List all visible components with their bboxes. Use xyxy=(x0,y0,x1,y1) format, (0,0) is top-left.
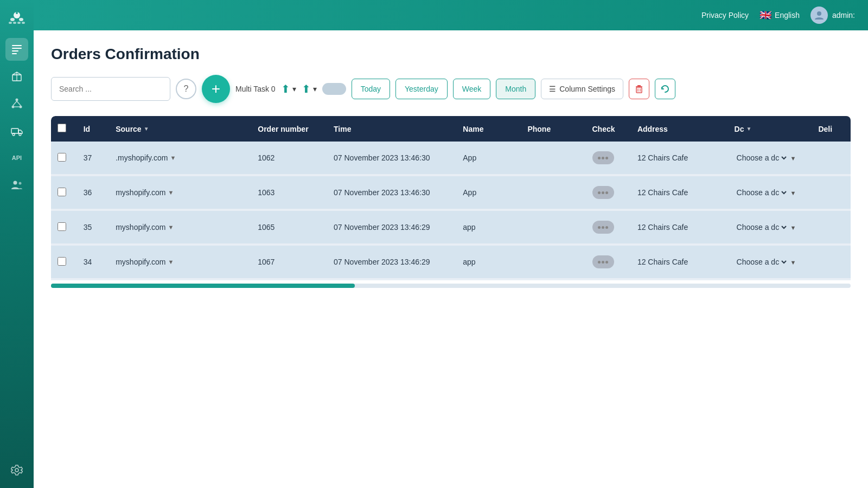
flag-icon: 🇬🇧 xyxy=(760,9,771,21)
table-header-row: Id Source ▼ Order number Time Name Phone… xyxy=(51,116,851,142)
dc-select-2[interactable]: Choose a dc xyxy=(735,222,788,232)
check-dot xyxy=(602,261,604,264)
help-button[interactable]: ? xyxy=(176,79,196,99)
check-dot xyxy=(598,226,601,229)
svg-point-21 xyxy=(12,133,15,136)
check-button-3[interactable] xyxy=(592,255,614,268)
month-button[interactable]: Month xyxy=(496,79,535,99)
source-dropdown-icon[interactable]: ▼ xyxy=(168,224,174,230)
row-checkbox-1[interactable] xyxy=(58,188,66,196)
horizontal-scrollbar-thumb[interactable] xyxy=(51,284,355,288)
row-time: 07 November 2023 13:46:29 xyxy=(327,245,456,279)
th-address: Address xyxy=(631,116,728,142)
svg-rect-11 xyxy=(12,53,17,54)
language-selector[interactable]: 🇬🇧 English xyxy=(760,9,800,21)
row-id: 35 xyxy=(77,210,110,245)
column-settings-label: Column Settings xyxy=(559,85,615,93)
row-dc: Choose a dc ▼ xyxy=(728,210,812,245)
yesterday-button[interactable]: Yesterday xyxy=(395,79,448,99)
today-button[interactable]: Today xyxy=(352,79,390,99)
dc-select-0[interactable]: Choose a dc xyxy=(735,153,788,163)
check-button-2[interactable] xyxy=(592,221,614,234)
row-phone xyxy=(521,142,585,175)
search-input[interactable] xyxy=(51,77,170,101)
dc-arrow-1: ▼ xyxy=(790,190,796,196)
sidebar-item-settings[interactable] xyxy=(5,459,28,481)
admin-label: admin: xyxy=(832,11,855,20)
row-check xyxy=(586,245,631,279)
row-check xyxy=(586,142,631,175)
row-dc: Choose a dc ▼ xyxy=(728,142,812,175)
source-text: myshopify.com▼ xyxy=(116,188,245,197)
dc-select-3[interactable]: Choose a dc xyxy=(735,257,788,267)
check-dot xyxy=(598,157,601,159)
check-dot xyxy=(602,191,604,194)
th-source-label: Source xyxy=(116,125,141,133)
row-checkbox-cell xyxy=(51,142,77,175)
upload-button-1[interactable]: ⬆ ▾ xyxy=(281,82,296,95)
table-row: 37 .myshopify.com▼ 1062 07 November 2023… xyxy=(51,142,851,175)
svg-point-22 xyxy=(19,133,21,136)
row-address: 12 Chairs Cafe xyxy=(631,175,728,210)
row-checkbox-cell xyxy=(51,175,77,210)
delete-button[interactable] xyxy=(629,79,649,99)
th-dc[interactable]: Dc ▼ xyxy=(728,116,812,142)
select-all-checkbox[interactable] xyxy=(58,124,66,132)
svg-point-26 xyxy=(817,11,821,16)
sidebar-item-api[interactable]: API xyxy=(5,146,28,169)
sidebar-item-box[interactable] xyxy=(5,65,28,88)
row-order-number: 1065 xyxy=(251,210,327,245)
row-phone xyxy=(521,175,585,210)
source-text: myshopify.com▼ xyxy=(116,258,245,266)
check-button-1[interactable] xyxy=(592,186,614,199)
source-dropdown-icon[interactable]: ▼ xyxy=(168,259,174,265)
source-dropdown-icon[interactable]: ▼ xyxy=(170,155,176,161)
row-time: 07 November 2023 13:46:30 xyxy=(327,142,456,175)
check-dot xyxy=(602,157,604,159)
check-button-0[interactable] xyxy=(592,151,614,164)
svg-point-23 xyxy=(14,181,17,185)
upload-icon-1: ⬆ xyxy=(281,82,290,95)
row-checkbox-2[interactable] xyxy=(58,222,66,231)
main-content: Privacy Policy 🇬🇧 English admin: Orders … xyxy=(34,0,868,488)
sidebar-item-users[interactable] xyxy=(5,174,28,196)
row-time: 07 November 2023 13:46:29 xyxy=(327,210,456,245)
language-label: English xyxy=(775,11,800,20)
toggle-pill[interactable] xyxy=(322,83,346,95)
source-dropdown-icon[interactable]: ▼ xyxy=(168,189,174,196)
row-name: app xyxy=(456,245,521,279)
row-source: myshopify.com▼ xyxy=(109,245,251,279)
row-phone xyxy=(521,245,585,279)
th-source[interactable]: Source ▼ xyxy=(109,116,251,142)
row-checkbox-3[interactable] xyxy=(58,257,66,266)
row-order-number: 1062 xyxy=(251,142,327,175)
row-checkbox-cell xyxy=(51,210,77,245)
column-settings-button[interactable]: ☰ Column Settings xyxy=(541,79,623,99)
sidebar-item-orders[interactable] xyxy=(5,38,28,61)
svg-point-16 xyxy=(20,106,22,108)
check-dot xyxy=(598,191,601,194)
privacy-policy-link[interactable]: Privacy Policy xyxy=(701,11,749,20)
upload-button-2[interactable]: ⬆ ▾ xyxy=(302,82,317,95)
sidebar-item-network[interactable] xyxy=(5,92,28,115)
refresh-button[interactable] xyxy=(655,79,675,99)
row-order-number: 1063 xyxy=(251,175,327,210)
source-sort-icon: ▼ xyxy=(144,126,149,132)
horizontal-scrollbar-track[interactable] xyxy=(51,284,851,288)
row-name: app xyxy=(456,210,521,245)
topbar: Privacy Policy 🇬🇧 English admin: xyxy=(34,0,868,30)
column-settings-icon: ☰ xyxy=(549,85,556,93)
admin-menu[interactable]: admin: xyxy=(810,7,855,24)
row-deli xyxy=(812,210,851,245)
row-name: App xyxy=(456,142,521,175)
svg-point-2 xyxy=(19,18,23,21)
sidebar-item-truck[interactable] xyxy=(5,119,28,142)
dc-select-1[interactable]: Choose a dc xyxy=(735,188,788,197)
table-row: 34 myshopify.com▼ 1067 07 November 2023 … xyxy=(51,245,851,279)
row-checkbox-0[interactable] xyxy=(58,153,66,162)
row-dc: Choose a dc ▼ xyxy=(728,175,812,210)
row-dc: Choose a dc ▼ xyxy=(728,245,812,279)
week-button[interactable]: Week xyxy=(453,79,491,99)
add-button[interactable]: + xyxy=(202,75,230,103)
svg-point-5 xyxy=(13,22,16,24)
